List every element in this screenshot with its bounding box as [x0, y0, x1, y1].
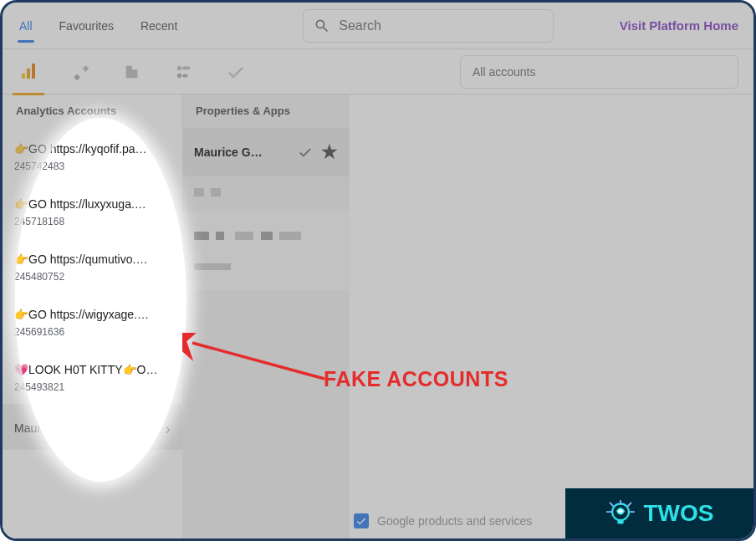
account-id: 245493821: [14, 380, 171, 394]
analytics-icon[interactable]: [18, 61, 39, 83]
watermark-text: TWOS: [644, 500, 714, 527]
account-row[interactable]: 💗LOOK H0T KITTY👉O… 245493821: [3, 349, 182, 404]
account-row[interactable]: 👉GO https://wigyxage.… 245691636: [3, 293, 182, 349]
column-headers: Analytics Accounts Properties & Apps: [3, 94, 753, 128]
accounts-column-header: Analytics Accounts: [3, 94, 182, 128]
checkmark-icon[interactable]: [225, 61, 247, 83]
bottom-checkbox-row: Google products and services: [354, 503, 532, 538]
property-sub-redacted: [182, 176, 350, 212]
tab-recent[interactable]: Recent: [139, 3, 179, 49]
visit-platform-home-link[interactable]: Visit Platform Home: [620, 18, 738, 33]
svg-rect-6: [182, 66, 190, 69]
accounts-list: 👉GO https://kyqofif.pa… 245742483 👉GO ht…: [3, 128, 182, 538]
svg-rect-4: [74, 74, 80, 80]
lightbulb-icon: [605, 498, 636, 528]
svg-rect-8: [182, 74, 187, 77]
property-row-redacted[interactable]: [182, 212, 350, 290]
tab-favourites[interactable]: Favourites: [58, 3, 115, 49]
tab-all[interactable]: All: [18, 3, 34, 49]
product-icon-row: All accounts: [3, 49, 753, 94]
search-icon: [314, 18, 330, 34]
svg-rect-1: [27, 69, 30, 79]
top-tab-bar: All Favourites Recent Search Visit Platf…: [3, 3, 753, 49]
accounts-filter-placeholder: All accounts: [472, 65, 535, 79]
search-placeholder: Search: [339, 18, 381, 33]
svg-rect-3: [83, 65, 89, 72]
account-id: 245742483: [14, 160, 171, 173]
account-row[interactable]: 👉GO https://kyqofif.pa… 245742483: [3, 128, 182, 183]
account-row[interactable]: 👉GO https://qumutivo.… 245480752: [3, 238, 182, 293]
account-row[interactable]: 👉GO https://luxyxuga.… 245718168: [3, 183, 182, 238]
svg-point-5: [177, 65, 182, 70]
svg-point-7: [177, 73, 182, 78]
twos-watermark: TWOS: [565, 488, 753, 538]
data-studio-icon[interactable]: [173, 61, 195, 83]
product-services-checkbox[interactable]: [354, 513, 369, 528]
selected-check-icon: [298, 145, 313, 160]
property-row[interactable]: Maurice G… ★: [182, 128, 350, 176]
property-name: Maurice G…: [194, 145, 289, 159]
tag-manager-icon[interactable]: [69, 61, 91, 83]
accounts-filter-input[interactable]: All accounts: [460, 55, 738, 89]
star-icon[interactable]: ★: [321, 141, 338, 163]
account-row-current[interactable]: Maurice: [3, 404, 182, 450]
checkbox-label: Google products and services: [377, 514, 532, 528]
svg-rect-11: [617, 519, 623, 523]
account-id: 245718168: [14, 215, 171, 228]
global-search-input[interactable]: Search: [303, 9, 554, 43]
account-id: 245480752: [14, 270, 171, 283]
svg-rect-0: [22, 74, 25, 79]
optimize-icon[interactable]: [121, 61, 143, 83]
properties-column-header: Properties & Apps: [182, 94, 350, 128]
properties-list: Maurice G… ★: [182, 128, 350, 538]
account-id: 245691636: [14, 325, 171, 339]
svg-rect-2: [32, 64, 35, 79]
